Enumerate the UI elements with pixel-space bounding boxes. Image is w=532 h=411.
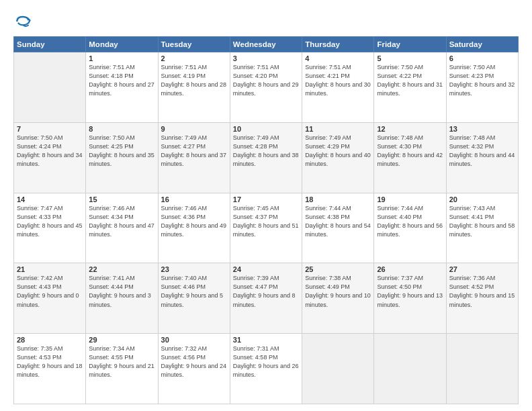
day-detail: Sunrise: 7:36 AMSunset: 4:52 PMDaylight:… <box>449 274 515 309</box>
header <box>13 12 519 31</box>
calendar-cell: 12 Sunrise: 7:48 AMSunset: 4:30 PMDaylig… <box>374 122 446 193</box>
day-detail: Sunrise: 7:46 AMSunset: 4:34 PMDaylight:… <box>89 204 154 239</box>
calendar-table: SundayMondayTuesdayWednesdayThursdayFrid… <box>13 36 519 404</box>
day-number: 5 <box>377 54 443 62</box>
page: SundayMondayTuesdayWednesdayThursdayFrid… <box>0 0 532 411</box>
day-number: 29 <box>89 336 154 344</box>
calendar-cell: 22 Sunrise: 7:41 AMSunset: 4:44 PMDaylig… <box>86 263 158 334</box>
calendar-header-saturday: Saturday <box>446 37 518 52</box>
calendar-cell: 20 Sunrise: 7:43 AMSunset: 4:41 PMDaylig… <box>446 193 518 263</box>
day-number: 24 <box>233 265 299 273</box>
day-detail: Sunrise: 7:32 AMSunset: 4:56 PMDaylight:… <box>161 345 227 379</box>
day-detail: Sunrise: 7:37 AMSunset: 4:50 PMDaylight:… <box>377 274 443 309</box>
day-detail: Sunrise: 7:51 AMSunset: 4:21 PMDaylight:… <box>305 63 371 98</box>
day-number: 1 <box>89 54 154 62</box>
calendar-cell: 28 Sunrise: 7:35 AMSunset: 4:53 PMDaylig… <box>14 334 86 404</box>
day-number: 15 <box>89 195 154 203</box>
day-number: 31 <box>233 336 299 344</box>
day-number: 14 <box>17 195 83 203</box>
calendar-header-wednesday: Wednesday <box>230 37 302 52</box>
calendar-cell: 4 Sunrise: 7:51 AMSunset: 4:21 PMDayligh… <box>302 52 374 123</box>
day-number: 4 <box>305 54 371 62</box>
day-number: 3 <box>233 54 299 62</box>
day-number: 25 <box>305 265 371 273</box>
calendar-cell: 8 Sunrise: 7:50 AMSunset: 4:25 PMDayligh… <box>86 122 158 193</box>
calendar-cell: 25 Sunrise: 7:38 AMSunset: 4:49 PMDaylig… <box>302 263 374 334</box>
calendar-cell: 11 Sunrise: 7:49 AMSunset: 4:29 PMDaylig… <box>302 122 374 193</box>
day-detail: Sunrise: 7:43 AMSunset: 4:41 PMDaylight:… <box>449 204 515 239</box>
day-detail: Sunrise: 7:50 AMSunset: 4:23 PMDaylight:… <box>449 63 515 98</box>
day-detail: Sunrise: 7:51 AMSunset: 4:18 PMDaylight:… <box>89 63 154 98</box>
calendar-cell <box>302 334 374 404</box>
day-detail: Sunrise: 7:40 AMSunset: 4:46 PMDaylight:… <box>161 274 227 309</box>
calendar-cell: 18 Sunrise: 7:44 AMSunset: 4:38 PMDaylig… <box>302 193 374 263</box>
day-detail: Sunrise: 7:41 AMSunset: 4:44 PMDaylight:… <box>89 274 154 309</box>
day-number: 23 <box>161 265 227 273</box>
day-detail: Sunrise: 7:49 AMSunset: 4:29 PMDaylight:… <box>305 134 371 169</box>
calendar-cell <box>14 52 86 123</box>
day-detail: Sunrise: 7:38 AMSunset: 4:49 PMDaylight:… <box>305 274 371 309</box>
day-detail: Sunrise: 7:48 AMSunset: 4:32 PMDaylight:… <box>449 134 515 169</box>
day-number: 27 <box>449 265 515 273</box>
logo-icon <box>13 12 32 31</box>
calendar-cell: 23 Sunrise: 7:40 AMSunset: 4:46 PMDaylig… <box>158 263 230 334</box>
day-number: 18 <box>305 195 371 203</box>
calendar-cell: 2 Sunrise: 7:51 AMSunset: 4:19 PMDayligh… <box>158 52 230 123</box>
calendar-cell: 31 Sunrise: 7:31 AMSunset: 4:58 PMDaylig… <box>230 334 302 404</box>
logo <box>13 12 35 31</box>
day-detail: Sunrise: 7:51 AMSunset: 4:20 PMDaylight:… <box>233 63 299 98</box>
calendar-header-row: SundayMondayTuesdayWednesdayThursdayFrid… <box>14 37 519 52</box>
calendar-cell: 10 Sunrise: 7:49 AMSunset: 4:28 PMDaylig… <box>230 122 302 193</box>
calendar-cell: 6 Sunrise: 7:50 AMSunset: 4:23 PMDayligh… <box>446 52 518 123</box>
day-number: 2 <box>161 54 227 62</box>
day-number: 20 <box>449 195 515 203</box>
day-detail: Sunrise: 7:47 AMSunset: 4:33 PMDaylight:… <box>17 204 83 239</box>
day-detail: Sunrise: 7:51 AMSunset: 4:19 PMDaylight:… <box>161 63 227 98</box>
day-detail: Sunrise: 7:46 AMSunset: 4:36 PMDaylight:… <box>161 204 227 239</box>
day-number: 28 <box>17 336 83 344</box>
calendar-cell: 14 Sunrise: 7:47 AMSunset: 4:33 PMDaylig… <box>14 193 86 263</box>
calendar-header-tuesday: Tuesday <box>158 37 230 52</box>
day-detail: Sunrise: 7:50 AMSunset: 4:24 PMDaylight:… <box>17 134 83 169</box>
day-number: 11 <box>305 125 371 133</box>
calendar-cell: 3 Sunrise: 7:51 AMSunset: 4:20 PMDayligh… <box>230 52 302 123</box>
calendar-cell: 5 Sunrise: 7:50 AMSunset: 4:22 PMDayligh… <box>374 52 446 123</box>
calendar-cell: 16 Sunrise: 7:46 AMSunset: 4:36 PMDaylig… <box>158 193 230 263</box>
day-detail: Sunrise: 7:48 AMSunset: 4:30 PMDaylight:… <box>377 134 443 169</box>
calendar-week-row: 14 Sunrise: 7:47 AMSunset: 4:33 PMDaylig… <box>14 193 519 263</box>
day-number: 6 <box>449 54 515 62</box>
day-detail: Sunrise: 7:45 AMSunset: 4:37 PMDaylight:… <box>233 204 299 239</box>
calendar-cell <box>374 334 446 404</box>
calendar-cell <box>446 334 518 404</box>
calendar-cell: 13 Sunrise: 7:48 AMSunset: 4:32 PMDaylig… <box>446 122 518 193</box>
day-number: 19 <box>377 195 443 203</box>
calendar-header-friday: Friday <box>374 37 446 52</box>
day-detail: Sunrise: 7:39 AMSunset: 4:47 PMDaylight:… <box>233 274 299 309</box>
calendar-cell: 17 Sunrise: 7:45 AMSunset: 4:37 PMDaylig… <box>230 193 302 263</box>
calendar-cell: 29 Sunrise: 7:34 AMSunset: 4:55 PMDaylig… <box>86 334 158 404</box>
day-number: 21 <box>17 265 83 273</box>
calendar-cell: 26 Sunrise: 7:37 AMSunset: 4:50 PMDaylig… <box>374 263 446 334</box>
calendar-week-row: 21 Sunrise: 7:42 AMSunset: 4:43 PMDaylig… <box>14 263 519 334</box>
day-number: 22 <box>89 265 154 273</box>
day-detail: Sunrise: 7:50 AMSunset: 4:22 PMDaylight:… <box>377 63 443 98</box>
calendar-week-row: 1 Sunrise: 7:51 AMSunset: 4:18 PMDayligh… <box>14 52 519 123</box>
day-detail: Sunrise: 7:49 AMSunset: 4:27 PMDaylight:… <box>161 134 227 169</box>
day-number: 16 <box>161 195 227 203</box>
day-number: 26 <box>377 265 443 273</box>
day-number: 12 <box>377 125 443 133</box>
day-detail: Sunrise: 7:34 AMSunset: 4:55 PMDaylight:… <box>89 345 154 379</box>
calendar-cell: 1 Sunrise: 7:51 AMSunset: 4:18 PMDayligh… <box>86 52 158 123</box>
calendar-cell: 19 Sunrise: 7:44 AMSunset: 4:40 PMDaylig… <box>374 193 446 263</box>
calendar-cell: 30 Sunrise: 7:32 AMSunset: 4:56 PMDaylig… <box>158 334 230 404</box>
calendar-header-sunday: Sunday <box>14 37 86 52</box>
calendar-cell: 15 Sunrise: 7:46 AMSunset: 4:34 PMDaylig… <box>86 193 158 263</box>
calendar-header-monday: Monday <box>86 37 158 52</box>
day-number: 8 <box>89 125 154 133</box>
day-detail: Sunrise: 7:31 AMSunset: 4:58 PMDaylight:… <box>233 345 299 379</box>
day-number: 7 <box>17 125 83 133</box>
day-detail: Sunrise: 7:44 AMSunset: 4:38 PMDaylight:… <box>305 204 371 239</box>
calendar-cell: 27 Sunrise: 7:36 AMSunset: 4:52 PMDaylig… <box>446 263 518 334</box>
day-detail: Sunrise: 7:44 AMSunset: 4:40 PMDaylight:… <box>377 204 443 239</box>
day-number: 17 <box>233 195 299 203</box>
